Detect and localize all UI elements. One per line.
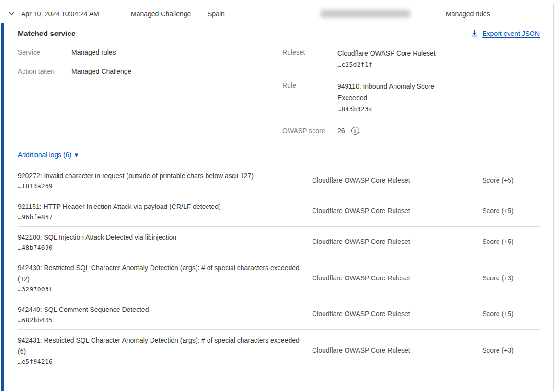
event-country: Spain (208, 10, 321, 18)
rule-label: Rule (282, 81, 337, 115)
owasp-score-field: OWASP score 26 i (282, 125, 540, 137)
log-rule-title: 942431: Restricted SQL Character Anomaly… (18, 335, 303, 357)
ruleset-value: Cloudflare OWASP Core Ruleset (337, 47, 436, 59)
action-taken-field: Action taken Managed Challenge (18, 67, 282, 77)
log-ruleset-name: Cloudflare OWASP Core Ruleset (312, 274, 466, 282)
owasp-score-value: 26 (337, 125, 345, 137)
log-row: 942440: SQL Comment Sequence Detected …6… (18, 299, 540, 330)
rule-value: 949110: Inbound Anomaly Score Exceeded (337, 81, 452, 104)
additional-logs-label: Additional logs (6) (18, 151, 71, 159)
ruleset-hash: …c25d2f1f (337, 59, 436, 70)
log-score: Score (+3) (466, 346, 540, 354)
owasp-score-label: OWASP score (282, 126, 337, 136)
log-ruleset-name: Cloudflare OWASP Core Ruleset (312, 176, 466, 184)
log-ruleset-name: Cloudflare OWASP Core Ruleset (312, 346, 466, 354)
log-row: 942431: Restricted SQL Character Anomaly… (18, 330, 540, 371)
event-detail-panel: Apr 10, 2024 10:04:24 AM Managed Challen… (1, 4, 554, 391)
event-summary-row[interactable]: Apr 10, 2024 10:04:24 AM Managed Challen… (1, 4, 553, 23)
download-icon (471, 30, 478, 37)
service-label: Service (18, 47, 71, 58)
export-event-json-label: Export event JSON (482, 30, 540, 37)
matched-service-heading: Matched service (18, 29, 76, 38)
additional-logs-list: 920272: Invalid character in request (ou… (18, 165, 540, 371)
log-score: Score (+5) (466, 207, 540, 215)
chevron-down-icon[interactable] (7, 10, 16, 18)
log-ruleset-name: Cloudflare OWASP Core Ruleset (312, 310, 466, 318)
service-value: Managed rules (71, 47, 116, 58)
log-row: 920272: Invalid character in request (ou… (18, 165, 540, 196)
log-row: 942100: SQL Injection Attack Detected vi… (18, 227, 540, 257)
log-rule-title: 920272: Invalid character in request (ou… (18, 171, 303, 182)
additional-logs-toggle[interactable]: Additional logs (6) ▼ (18, 151, 80, 159)
log-rule-hash: …96bfe867 (18, 213, 303, 220)
log-score: Score (+5) (466, 176, 540, 184)
log-score: Score (+3) (466, 274, 540, 282)
log-rule-hash: …1813a269 (18, 183, 303, 190)
log-ruleset-name: Cloudflare OWASP Core Ruleset (312, 207, 466, 215)
event-timestamp: Apr 10, 2024 10:04:24 AM (21, 10, 131, 18)
ruleset-field: Ruleset Cloudflare OWASP Core Ruleset …c… (282, 47, 540, 70)
info-icon[interactable]: i (351, 127, 359, 135)
caret-down-icon: ▼ (73, 152, 80, 158)
ruleset-label: Ruleset (282, 47, 337, 70)
action-taken-label: Action taken (18, 67, 71, 77)
action-taken-value: Managed Challenge (71, 67, 131, 77)
log-rule-title: 921151: HTTP Header Injection Attack via… (18, 201, 303, 212)
log-row: 942430: Restricted SQL Character Anomaly… (18, 257, 540, 299)
log-score: Score (+5) (466, 238, 540, 245)
log-row: 921151: HTTP Header Injection Attack via… (18, 196, 540, 227)
log-rule-hash: …682bb405 (18, 316, 303, 323)
export-event-json-link[interactable]: Export event JSON (471, 30, 540, 37)
rule-field: Rule 949110: Inbound Anomaly Score Excee… (282, 81, 540, 115)
event-action: Managed Challenge (131, 10, 208, 18)
log-rule-hash: …48b74690 (18, 244, 303, 251)
event-service: Managed rules (446, 10, 490, 18)
log-rule-title: 942100: SQL Injection Attack Detected vi… (18, 232, 303, 243)
log-rule-title: 942430: Restricted SQL Character Anomaly… (18, 263, 303, 285)
log-rule-hash: …3297003f (18, 286, 303, 293)
event-detail-body: Matched service Export event JSON Servic… (1, 23, 553, 391)
rule-hash: …843b323c (337, 104, 452, 115)
log-rule-title: 942440: SQL Comment Sequence Detected (18, 304, 303, 315)
matched-service-fields: Service Managed rules Action taken Manag… (18, 47, 540, 147)
log-rule-hash: …e5f94216 (18, 358, 303, 365)
service-field: Service Managed rules (18, 47, 282, 58)
log-ruleset-name: Cloudflare OWASP Core Ruleset (312, 238, 466, 245)
log-score: Score (+5) (466, 310, 540, 318)
redacted-hostname (321, 10, 410, 18)
